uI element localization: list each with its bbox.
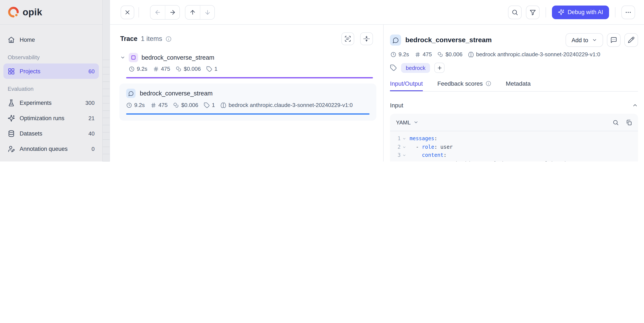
trace-type-badge: [129, 53, 138, 62]
trace-panel-header: Trace 1 items: [120, 32, 373, 45]
expand-tree-button[interactable]: [342, 32, 354, 45]
fold-toggle[interactable]: [402, 151, 406, 160]
sidebar-item-label: Experiments: [20, 100, 52, 106]
stat-tag_count-value: 1: [212, 102, 215, 108]
sidebar-item-projects[interactable]: Projects60: [4, 64, 99, 79]
arrow-down-icon: [204, 9, 211, 16]
collapse-all-button[interactable]: [360, 32, 373, 45]
table-row-lines: [103, 60, 110, 162]
debug-with-ai-button[interactable]: Debug with AI: [552, 5, 609, 19]
stat-cost-value: $0.006: [446, 51, 463, 58]
tab-metadata[interactable]: Metadata: [506, 80, 531, 91]
grid-icon: [8, 68, 15, 75]
info-icon: [485, 80, 491, 86]
trace-icon: [130, 54, 136, 60]
code-line: 4 - text: The history of the New Year ce…: [394, 160, 636, 162]
detail-panel: bedrock_converse_stream Add to 9.2s475$0…: [384, 25, 644, 162]
fold-toggle[interactable]: [402, 143, 406, 151]
arrow-left-icon: [154, 9, 161, 16]
comments-button[interactable]: [607, 33, 620, 47]
fold-toggle[interactable]: [402, 135, 406, 143]
stat-tokens: 475: [414, 51, 432, 58]
span-row-selected[interactable]: bedrock_converse_stream 9.2s475$0.0061be…: [119, 84, 376, 120]
edit-button[interactable]: [624, 33, 638, 47]
coins-icon: [438, 51, 444, 57]
item-count: 300: [86, 100, 94, 106]
stat-cost: $0.006: [176, 66, 201, 72]
prev-item-button[interactable]: [150, 5, 165, 19]
format-select[interactable]: YAML: [396, 119, 419, 126]
pencil-icon: [628, 37, 634, 44]
filter-button[interactable]: [526, 5, 539, 19]
code-gutter: 1: [394, 135, 406, 143]
tab-feedback-scores[interactable]: Feedback scores: [437, 80, 491, 91]
database-icon: [8, 130, 15, 137]
clock-icon: [129, 66, 135, 72]
chevron-down-icon: [414, 120, 419, 125]
stat-tokens-value: 475: [161, 66, 170, 72]
stat-tokens: 475: [153, 66, 170, 72]
message-circle-icon: [128, 90, 134, 96]
search-icon[interactable]: [612, 119, 619, 126]
filter-icon: [529, 9, 536, 16]
child-span-button[interactable]: [200, 5, 214, 19]
parent-span-button[interactable]: [186, 5, 200, 19]
sidebar-item-datasets[interactable]: Datasets40: [4, 126, 99, 141]
logo-wordmark: opik: [22, 6, 42, 18]
span-duration-bar: [126, 113, 370, 115]
home-icon: [8, 36, 15, 43]
sidebar-item-optimization-runs[interactable]: Optimization runs21: [4, 110, 99, 126]
next-item-button[interactable]: [165, 5, 180, 19]
more-actions-button[interactable]: [622, 5, 635, 19]
plus-icon: [437, 65, 442, 70]
coins-icon: [173, 102, 179, 108]
trace-panel-title: Trace: [120, 35, 138, 42]
code-gutter: 3: [394, 151, 406, 160]
chevron-up-icon[interactable]: [632, 102, 638, 108]
copy-icon[interactable]: [626, 119, 632, 126]
format-label: YAML: [396, 119, 411, 126]
logo[interactable]: opik: [0, 0, 102, 25]
trace-items-count: 1 items: [141, 35, 162, 42]
trace-root-stats: 9.2s475$0.0061: [129, 66, 373, 72]
span-stats: 9.2s475$0.0061bedrock anthropic.claude-3…: [126, 102, 370, 108]
coins-icon: [176, 66, 182, 72]
sidebar-item-label: Home: [20, 36, 35, 43]
sidebar-item-annotation-queues[interactable]: Annotation queues0: [4, 141, 99, 156]
detail-actions: Add to: [566, 33, 638, 47]
item-count: 21: [88, 115, 94, 121]
tab-input-output[interactable]: Input/Output: [390, 80, 423, 91]
tag-bedrock[interactable]: bedrock: [401, 63, 430, 73]
chevron-down-icon: [592, 38, 597, 42]
sidebar-item-home[interactable]: Home: [4, 32, 99, 47]
code-card-header: YAML: [390, 114, 638, 131]
fold-toggle: [402, 160, 406, 162]
divider: [138, 7, 139, 17]
code-line: 1messages:: [394, 135, 636, 143]
tab-label: Metadata: [506, 80, 531, 87]
tag-icon: [206, 66, 212, 72]
input-label: Input: [390, 102, 403, 109]
add-to-button[interactable]: Add to: [566, 33, 603, 47]
add-tag-button[interactable]: [434, 63, 445, 73]
close-panel-button[interactable]: [120, 5, 134, 19]
trace-tree-root-row[interactable]: bedrock_converse_stream: [120, 53, 373, 62]
chevron-down-icon[interactable]: [120, 55, 125, 60]
flask-icon: [8, 99, 15, 106]
stat-cost: $0.006: [173, 102, 198, 108]
input-section-header: Input: [390, 102, 638, 109]
search-button[interactable]: [508, 5, 522, 19]
stat-duration: 9.2s: [126, 102, 145, 108]
sidebar-item-experiments[interactable]: Experiments300: [4, 95, 99, 110]
sparkles-icon: [8, 114, 15, 122]
debug-with-ai-label: Debug with AI: [568, 9, 603, 15]
stat-cost: $0.006: [438, 51, 463, 58]
sidebar: opik HomeObservabilityProjects60Evaluati…: [0, 0, 103, 162]
stat-tag_count: 1: [206, 66, 217, 72]
section-label-observability: Observability: [4, 54, 99, 60]
stat-tokens-value: 475: [422, 51, 432, 58]
code-text: content:: [410, 151, 636, 160]
span-type-badge: [126, 89, 136, 98]
stat-cost-value: $0.006: [181, 102, 198, 108]
stat-model-value: bedrock anthropic.claude-3-sonnet-202402…: [229, 102, 353, 108]
